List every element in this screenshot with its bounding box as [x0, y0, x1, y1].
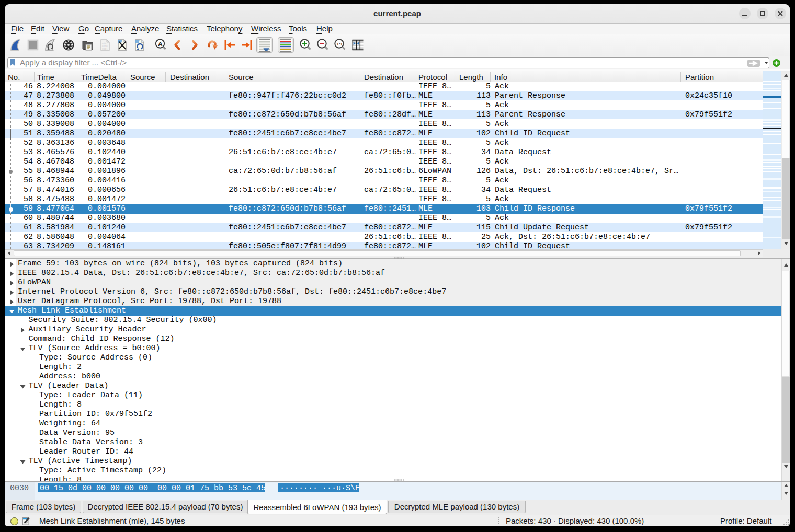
svg-text:0011: 0011 — [102, 48, 108, 50]
svg-text:1:1: 1:1 — [337, 42, 343, 47]
svg-text:A: A — [158, 41, 162, 47]
